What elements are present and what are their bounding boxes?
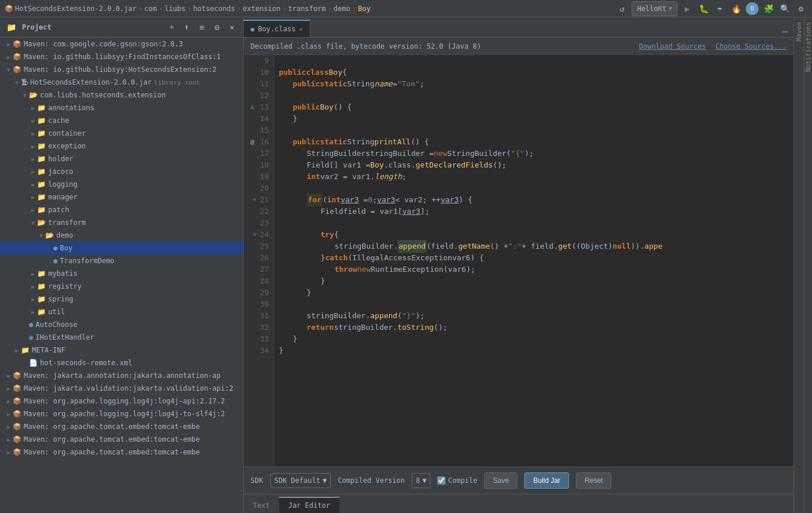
run-button[interactable]: ▶ [681, 2, 694, 15]
maven-icon: 📦 [13, 435, 21, 443]
expand-arrow: ▼ [21, 92, 29, 99]
line-num-16: @ 16 [248, 136, 269, 148]
reset-button[interactable]: Reset [576, 472, 611, 489]
tree-item-pkg[interactable]: ▼ 📂 com.liubs.hotseconds.extension [0, 89, 243, 101]
tree-item-registry[interactable]: ▶ 📁 registry [0, 280, 243, 293]
tree-item-patch[interactable]: ▶ 📁 patch [0, 203, 243, 216]
tree-item-transformdemo[interactable]: ● TransformDemo [0, 254, 243, 267]
tree-item-maven-find[interactable]: ▶ 📦 Maven: io.github.liubsyy:FindInstanc… [0, 50, 243, 63]
run-config-widget[interactable]: HelloKt ▼ [632, 1, 677, 16]
gear-icon[interactable]: ⚙ [211, 21, 223, 34]
tab-close-icon[interactable]: ✕ [299, 26, 303, 32]
tree-item-maven-jakarta-ann[interactable]: ▶ 📦 Maven: jakarta.annotation:jakarta.an… [0, 369, 243, 382]
main-layout: 📁 Project ＋ ⬆ ≡ ⚙ ✕ ▶ 📦 Maven: com.googl… [0, 17, 812, 513]
version-select[interactable]: 8 ▼ [412, 473, 430, 488]
tree-item-transform[interactable]: ▼ 📂 transform [0, 216, 243, 229]
close-sidebar-icon[interactable]: ✕ [226, 21, 238, 34]
expand-icon[interactable]: ≡ [195, 21, 208, 34]
sdk-select[interactable]: SDK Default ▼ [270, 473, 331, 488]
collapse-arrow: ▶ [29, 143, 37, 150]
fold-icon-24[interactable]: ▼ [252, 232, 258, 238]
hotswap-icon[interactable]: 🔥 [730, 2, 742, 15]
tree-item-maven-jakarta-val[interactable]: ▶ 📦 Maven: jakarta.validation:jakarta.va… [0, 382, 243, 395]
line-num-33: 33 [248, 333, 269, 345]
collapse-arrow: ▶ [29, 156, 37, 162]
tree-item-manager[interactable]: ▶ 📁 manager [0, 191, 243, 203]
collapse-arrow: ▶ [5, 385, 13, 392]
breadcrumb-hotseconds[interactable]: hotseconds [193, 5, 235, 13]
collapse-all-icon[interactable]: ⬆ [180, 21, 193, 34]
breadcrumb-jar[interactable]: HotSecondsExtension-2.0.0.jar [15, 5, 137, 13]
breadcrumb-extension[interactable]: extension [243, 5, 281, 13]
tree-item-maven-gson[interactable]: ▶ 📦 Maven: com.google.code.gson:gson:2.8… [0, 38, 243, 50]
tree-item-spring[interactable]: ▶ 📁 spring [0, 293, 243, 305]
breadcrumb-liubs[interactable]: liubs [165, 5, 186, 13]
folder-icon: 📁 [37, 117, 46, 125]
maven-panel[interactable]: Maven [793, 17, 804, 513]
download-sources-link[interactable]: Download Sources [639, 42, 706, 50]
tab-boy-class[interactable]: ● Boy.class ✕ [244, 20, 310, 37]
tree-item-mybatis[interactable]: ▶ 📁 mybatis [0, 267, 243, 280]
save-button[interactable]: Save [484, 472, 517, 489]
tree-item-annotations[interactable]: ▶ 📁 annotations [0, 101, 243, 114]
tree-item-maven-hot[interactable]: ▼ 📦 Maven: io.github.liubsyy:HotSecondsE… [0, 63, 243, 76]
line-num-12: 12 [248, 90, 269, 101]
expand-arrow: ▼ [5, 67, 13, 73]
tree-label: logging [48, 180, 78, 188]
breadcrumb-com[interactable]: com [144, 5, 157, 13]
code-editor[interactable]: 9 10 11 12 ⚠ 13 14 15 @ 16 17 18 19 20 [244, 55, 793, 467]
settings-icon[interactable]: ⚙ [795, 2, 807, 15]
tree-item-maven-tomcat1[interactable]: ▶ 📦 Maven: org.apache.tomcat.embed:tomca… [0, 420, 243, 433]
tree-item-util[interactable]: ▶ 📁 util [0, 305, 243, 318]
fold-icon-21[interactable]: ▼ [252, 197, 258, 203]
tree-item-cache[interactable]: ▶ 📁 cache [0, 114, 243, 127]
tree-item-jacoco[interactable]: ▶ 📁 jacoco [0, 165, 243, 178]
tab-text[interactable]: Text [244, 497, 279, 513]
tree-item-demo[interactable]: ▼ 📂 demo [0, 229, 243, 242]
compile-checkbox-label[interactable]: Compile [437, 476, 477, 485]
line-num-23: 23 [248, 217, 269, 229]
tree-item-maven-tomcat2[interactable]: ▶ 📦 Maven: org.apache.tomcat.embed:tomca… [0, 433, 243, 446]
plugin-icon[interactable]: 🧩 [762, 2, 775, 15]
line-num-34: 34 [248, 345, 269, 356]
breadcrumb-demo[interactable]: demo [334, 5, 350, 13]
code-line-10: public class Boy { [279, 67, 789, 78]
tree-item-maven-tomcat3[interactable]: ▶ 📦 Maven: org.apache.tomcat.embed:tomca… [0, 446, 243, 459]
maven-label: Maven [795, 17, 803, 46]
tab-bar: ● Boy.class ✕ ⋯ [244, 17, 793, 38]
code-content[interactable]: public class Boy { public static String … [274, 55, 793, 467]
breadcrumb-current[interactable]: Boy [358, 5, 371, 13]
tree-item-autochoose[interactable]: ● AutoChoose [0, 318, 243, 331]
tree-item-logging[interactable]: ▶ 📁 logging [0, 178, 243, 191]
tree-item-xml[interactable]: 📄 hot-seconds-remote.xml [0, 356, 243, 369]
maven-icon: 📦 [13, 448, 21, 456]
folder-icon: 📁 [37, 142, 46, 150]
choose-sources-link[interactable]: Choose Sources... [715, 42, 786, 50]
code-line-25: stringBuilder.append(field.getName() + "… [279, 241, 789, 252]
tree-item-container[interactable]: ▶ 📁 container [0, 127, 243, 140]
add-icon[interactable]: ＋ [165, 21, 178, 34]
notifications-panel[interactable]: Notifications [804, 17, 812, 513]
debug-icon[interactable]: 🐛 [697, 2, 710, 15]
tree-item-maven-log4j-slf4j[interactable]: ▶ 📦 Maven: org.apache.logging.log4j:log4… [0, 408, 243, 420]
tab-more-icon[interactable]: ⋯ [776, 26, 793, 37]
folder-icon: 📂 [29, 91, 38, 99]
tree-label: container [48, 129, 86, 137]
tree-label: manager [48, 193, 78, 201]
tree-item-holder[interactable]: ▶ 📁 holder [0, 152, 243, 165]
compile-checkbox[interactable] [437, 476, 445, 485]
maven-icon: 📦 [13, 410, 21, 418]
build-jar-button[interactable]: Build Jar [524, 472, 569, 489]
warning-icon: ⚠ [248, 103, 256, 111]
coverage-icon[interactable]: ☂ [713, 2, 726, 15]
tree-item-exception[interactable]: ▶ 📁 exception [0, 140, 243, 152]
tree-item-maven-log4j-api[interactable]: ▶ 📦 Maven: org.apache.logging.log4j:log4… [0, 395, 243, 408]
tree-item-ihotexthandler[interactable]: ◉ IHotExtHandler [0, 331, 243, 344]
search-everywhere-icon[interactable]: 🔍 [778, 2, 791, 15]
vcs-icon[interactable]: ↺ [615, 2, 628, 15]
tree-item-jar[interactable]: ▼ 🗜 HotSecondsExtension-2.0.0.jar librar… [0, 76, 243, 89]
tab-jar-editor[interactable]: Jar Editor [279, 497, 339, 513]
tree-item-boy[interactable]: ● Boy [0, 242, 243, 254]
tree-item-metainf[interactable]: ▶ 📁 META-INF [0, 344, 243, 356]
breadcrumb-transform[interactable]: transform [288, 5, 326, 13]
